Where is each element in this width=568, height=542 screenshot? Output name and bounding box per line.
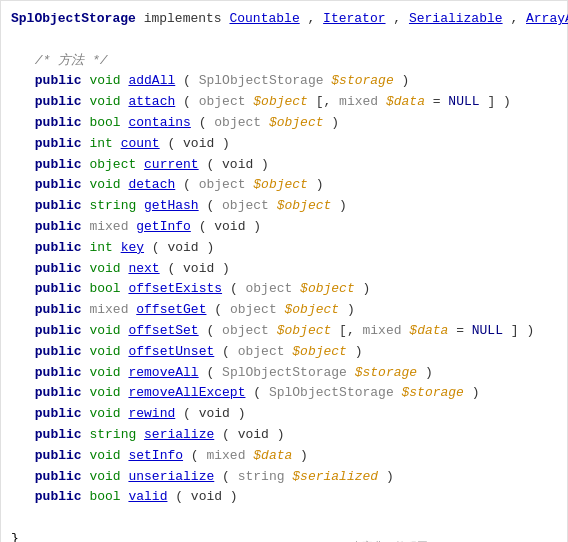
method-name-offsetSet[interactable]: offsetSet: [128, 323, 198, 338]
method-name-valid[interactable]: valid: [128, 489, 167, 504]
method-name-count[interactable]: count: [121, 136, 160, 151]
method-unserialize: public void unserialize ( string $serial…: [11, 467, 557, 488]
method-addAll: public void addAll ( SplObjectStorage $s…: [11, 71, 557, 92]
method-name-contains[interactable]: contains: [128, 115, 190, 130]
method-getInfo: public mixed getInfo ( void ): [11, 217, 557, 238]
interface-arrayaccess[interactable]: ArrayAccess: [526, 11, 568, 26]
method-removeAll: public void removeAll ( SplObjectStorage…: [11, 363, 557, 384]
method-offsetSet: public void offsetSet ( object $object […: [11, 321, 557, 342]
interface-serializable[interactable]: Serializable: [409, 11, 503, 26]
method-serialize: public string serialize ( void ): [11, 425, 557, 446]
close-paren: ): [402, 73, 410, 88]
method-name-key[interactable]: key: [121, 240, 144, 255]
method-name-removeAllExcept[interactable]: removeAllExcept: [128, 385, 245, 400]
method-key: public int key ( void ): [11, 238, 557, 259]
interface-iterator[interactable]: Iterator: [323, 11, 385, 26]
method-name-current[interactable]: current: [144, 157, 199, 172]
class-name: SplObjectStorage: [11, 11, 136, 26]
blank-line-2: [11, 508, 557, 529]
method-setInfo: public void setInfo ( mixed $data ): [11, 446, 557, 467]
method-name-offsetExists[interactable]: offsetExists: [128, 281, 222, 296]
param-type: SplObjectStorage: [199, 73, 332, 88]
method-contains: public bool contains ( object $object ): [11, 113, 557, 134]
method-name-detach[interactable]: detach: [128, 177, 175, 192]
code-container: SplObjectStorage implements Countable , …: [0, 0, 568, 542]
method-detach: public void detach ( object $object ): [11, 175, 557, 196]
blank-line-1: [11, 30, 557, 51]
header-line: SplObjectStorage implements Countable , …: [11, 9, 557, 30]
method-valid: public bool valid ( void ): [11, 487, 557, 508]
comma3: ,: [510, 11, 526, 26]
method-name-removeAll[interactable]: removeAll: [128, 365, 198, 380]
method-name-serialize[interactable]: serialize: [144, 427, 214, 442]
method-name-unserialize[interactable]: unserialize: [128, 469, 214, 484]
comma1: ,: [308, 11, 324, 26]
implements-keyword: implements: [144, 11, 230, 26]
comment-text: /* 方法 */: [35, 53, 108, 68]
params: (: [183, 73, 199, 88]
close-brace: }: [11, 531, 19, 542]
interface-countable[interactable]: Countable: [229, 11, 299, 26]
method-removeAllExcept: public void removeAllExcept ( SplObjectS…: [11, 383, 557, 404]
method-name-addAll[interactable]: addAll: [128, 73, 175, 88]
kw-public: public: [35, 73, 90, 88]
comma2: ,: [393, 11, 409, 26]
method-next: public void next ( void ): [11, 259, 557, 280]
method-rewind: public void rewind ( void ): [11, 404, 557, 425]
method-offsetUnset: public void offsetUnset ( object $object…: [11, 342, 557, 363]
method-name-setInfo[interactable]: setInfo: [128, 448, 183, 463]
method-name-getHash[interactable]: getHash: [144, 198, 199, 213]
param-var: $storage: [331, 73, 393, 88]
method-name-rewind[interactable]: rewind: [128, 406, 175, 421]
comment-line: /* 方法 */: [11, 51, 557, 72]
return-type: void: [89, 73, 128, 88]
method-count: public int count ( void ): [11, 134, 557, 155]
method-name-getInfo[interactable]: getInfo: [136, 219, 191, 234]
method-getHash: public string getHash ( object $object ): [11, 196, 557, 217]
method-name-attach[interactable]: attach: [128, 94, 175, 109]
method-offsetGet: public mixed offsetGet ( object $object …: [11, 300, 557, 321]
method-offsetExists: public bool offsetExists ( object $objec…: [11, 279, 557, 300]
method-name-offsetGet[interactable]: offsetGet: [136, 302, 206, 317]
method-name-offsetUnset[interactable]: offsetUnset: [128, 344, 214, 359]
method-current: public object current ( void ): [11, 155, 557, 176]
method-name-next[interactable]: next: [128, 261, 159, 276]
method-attach: public void attach ( object $object [, m…: [11, 92, 557, 113]
